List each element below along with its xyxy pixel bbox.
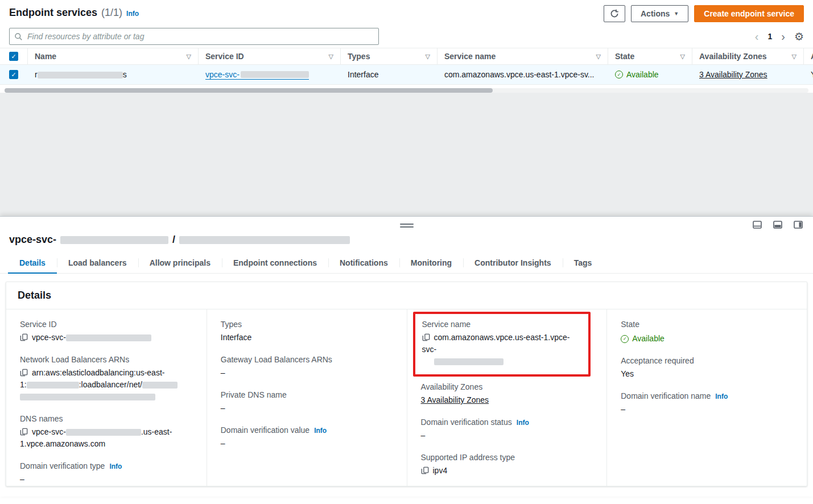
tab-tags[interactable]: Tags [563, 253, 604, 273]
chevron-left-icon[interactable]: ‹ [755, 31, 759, 42]
row-acceptance: Y [811, 70, 813, 79]
filter-icon[interactable]: ▽ [324, 53, 333, 60]
field-domain-verification-status: Domain verification status Info – [421, 418, 593, 441]
empty-value: – [621, 404, 625, 414]
info-link[interactable]: Info [517, 419, 529, 427]
copy-icon[interactable] [20, 369, 28, 377]
details-column-2: Types Interface Gateway Load Balancers A… [207, 309, 407, 486]
split-panel-title: vpce-svc- / [0, 234, 813, 253]
filter-icon[interactable]: ▽ [787, 53, 797, 60]
column-header-state: State [615, 52, 634, 61]
field-label: Service ID [20, 320, 57, 329]
actions-button[interactable]: Actions ▼ [631, 5, 688, 22]
column-header-service-name: Service name [444, 52, 496, 61]
field-label: Types [221, 320, 242, 329]
info-link[interactable]: Info [126, 10, 139, 18]
availability-zones-link[interactable]: 3 Availability Zones [421, 395, 489, 404]
field-label: Domain verification type [20, 461, 105, 470]
filter-icon[interactable]: ▽ [676, 53, 685, 60]
empty-value: – [221, 403, 225, 412]
filter-icon[interactable]: ▽ [182, 53, 191, 60]
info-link[interactable]: Info [314, 427, 327, 435]
tab-endpoint-connections[interactable]: Endpoint connections [222, 253, 328, 273]
field-label: Service name [422, 320, 471, 329]
split-panel-bottom-icon[interactable] [753, 221, 762, 229]
copy-icon[interactable] [20, 333, 28, 341]
page-title: Endpoint services [9, 7, 97, 19]
nlb-arn-line2: 1: [20, 380, 27, 389]
service-id-link[interactable]: vpce-svc- [205, 70, 309, 80]
details-card: Details Service ID vpce-svc- Network Loa… [6, 282, 807, 486]
redacted-text [60, 236, 168, 244]
acceptance-value: Yes [621, 369, 634, 378]
tab-monitoring[interactable]: Monitoring [399, 253, 463, 273]
empty-value: – [20, 474, 24, 484]
chevron-right-icon[interactable]: › [781, 31, 785, 42]
field-label: Acceptance required [621, 356, 694, 365]
column-header-availability-zones: Availability Zones [699, 52, 767, 61]
field-domain-verification-type: Domain verification type Info – [20, 461, 193, 485]
info-link[interactable]: Info [109, 462, 122, 470]
field-label: Private DNS name [221, 390, 287, 399]
create-endpoint-service-button[interactable]: Create endpoint service [694, 5, 804, 22]
table-toolbar: ‹ 1 › ⚙ [0, 25, 813, 48]
copy-icon[interactable] [421, 466, 429, 474]
ip-type-value: ipv4 [433, 466, 448, 475]
search-box [9, 28, 379, 45]
tab-details[interactable]: Details [8, 253, 57, 273]
settings-gear-icon[interactable]: ⚙ [794, 30, 804, 43]
column-header-types: Types [348, 52, 370, 61]
field-label: Availability Zones [421, 382, 483, 391]
field-label: State [621, 320, 639, 329]
status-badge: ✓ Available [615, 70, 659, 79]
tab-load-balancers[interactable]: Load balancers [57, 253, 138, 273]
split-panel: vpce-svc- / Details Load balancers Allow… [0, 216, 813, 497]
page-number[interactable]: 1 [767, 32, 772, 41]
split-panel-side-icon[interactable] [794, 221, 803, 229]
tab-contributor-insights[interactable]: Contributor Insights [463, 253, 563, 273]
filter-icon[interactable]: ▽ [421, 53, 430, 60]
row-name: rs [35, 70, 127, 79]
details-column-4: State ✓ Available Acceptance required Ye… [606, 309, 807, 486]
copy-icon[interactable] [422, 333, 430, 341]
search-icon [14, 32, 23, 41]
field-supported-ip-address-type: Supported IP address type ipv4 [421, 453, 593, 477]
field-dns-names: DNS names vpce-svc-.us-east- 1.vpce.amaz… [20, 414, 193, 450]
field-label: Domain verification name [621, 391, 711, 400]
field-label: DNS names [20, 414, 63, 423]
table-row[interactable]: ✓ rs vpce-svc- Interface com.amazonaws.v… [0, 65, 813, 85]
dns-line2: 1.vpce.amazonaws.com [20, 439, 105, 448]
field-label: Domain verification status [421, 418, 512, 427]
field-label: Supported IP address type [421, 453, 515, 462]
horizontal-scrollbar[interactable] [5, 88, 808, 93]
info-link[interactable]: Info [715, 393, 728, 400]
redacted-text [241, 71, 309, 78]
field-label: Network Load Balancers ARNs [20, 355, 129, 364]
row-types: Interface [348, 70, 378, 79]
redacted-text [66, 334, 151, 341]
field-availability-zones: Availability Zones 3 Availability Zones [421, 382, 593, 406]
tab-allow-principals[interactable]: Allow principals [138, 253, 222, 273]
refresh-button[interactable] [604, 5, 625, 22]
tab-notifications[interactable]: Notifications [328, 253, 399, 273]
copy-icon[interactable] [20, 428, 28, 436]
row-checkbox[interactable]: ✓ [9, 70, 18, 79]
filter-icon[interactable]: ▽ [592, 53, 601, 60]
field-service-name: Service name com.amazonaws.vpce.us-east-… [422, 320, 582, 367]
refresh-icon [610, 9, 619, 18]
redacted-text [142, 382, 178, 389]
endpoint-services-section: Endpoint services (1/1) Info Actions ▼ C… [0, 0, 813, 93]
split-panel-drag-handle[interactable] [400, 224, 414, 229]
split-panel-preferences [753, 221, 803, 229]
field-network-lb-arns: Network Load Balancers ARNs arn:aws:elas… [20, 355, 193, 403]
status-badge: ✓ Available [621, 333, 665, 345]
select-all-checkbox[interactable]: ✓ [9, 52, 18, 61]
service-id-value: vpce-svc- [32, 333, 66, 342]
redacted-text [20, 394, 155, 400]
scrollbar-thumb[interactable] [5, 88, 493, 93]
search-input[interactable] [9, 28, 379, 45]
availability-zones-link[interactable]: 3 Availability Zones [699, 70, 767, 79]
field-service-id: Service ID vpce-svc- [20, 320, 193, 344]
split-panel-half-icon[interactable] [773, 221, 782, 229]
field-label: Domain verification value [221, 425, 309, 435]
